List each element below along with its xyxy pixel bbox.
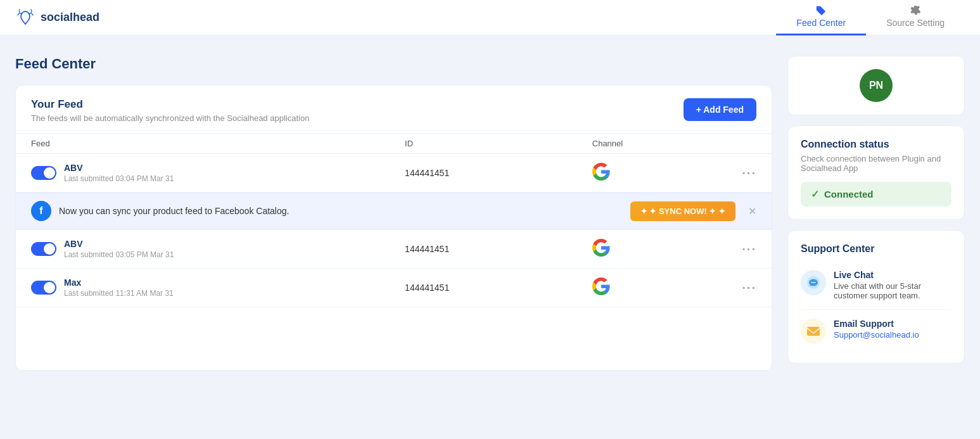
feed-id-3: 144441451 (390, 269, 577, 307)
feed-card-header: Your Feed The feeds will be automaticall… (16, 86, 772, 133)
facebook-icon: f (31, 201, 51, 221)
feed-name-1: ABV (64, 163, 174, 173)
feed-id-1: 144441451 (390, 154, 577, 193)
connection-description: Check connection between Plugin and Soci… (801, 154, 951, 173)
email-icon (806, 324, 821, 338)
logo-icon (15, 8, 35, 28)
gear-icon (910, 5, 921, 16)
connected-status: Connected (824, 189, 874, 200)
google-icon (592, 239, 610, 257)
support-center-card: Support Center Live Chat (787, 230, 965, 364)
svg-point-4 (815, 282, 816, 283)
feed-card-title: Your Feed (31, 98, 309, 111)
fb-banner-row: f Now you can sync your product feed to … (16, 193, 772, 230)
feed-card-description: The feeds will be automatically synchron… (31, 113, 309, 123)
feed-info-2: ABV Last submitted 03:05 PM Mar 31 (64, 239, 174, 259)
table-row: ABV Last submitted 03:04 PM Mar 31 14444… (16, 154, 772, 193)
checkmark-icon: ✓ (811, 188, 819, 200)
feed-row-toggle: ABV Last submitted 03:05 PM Mar 31 (31, 239, 374, 259)
logo-text: socialhead (41, 11, 99, 24)
google-icon (592, 163, 610, 181)
feed-submitted-1: Last submitted 03:04 PM Mar 31 (64, 174, 174, 183)
divider (801, 309, 951, 310)
svg-rect-5 (807, 327, 820, 336)
layout: Feed Center Your Feed The feeds will be … (0, 35, 980, 394)
chat-bubble-icon (806, 276, 820, 289)
support-item-email: Email Support Support@socialhead.io (801, 312, 951, 350)
live-chat-info: Live Chat Live chat with our 5-star cust… (834, 270, 951, 300)
fb-banner-text: Now you can sync your product feed to Fa… (59, 206, 623, 216)
main-content: Feed Center Your Feed The feeds will be … (15, 56, 772, 374)
feed-info-1: ABV Last submitted 03:04 PM Mar 31 (64, 163, 174, 183)
fb-banner: f Now you can sync your product feed to … (16, 193, 772, 229)
feed-toggle-3[interactable] (31, 281, 56, 295)
feed-name-2: ABV (64, 239, 174, 249)
col-feed: Feed (16, 134, 390, 154)
feed-submitted-3: Last submitted 11:31 AM Mar 31 (64, 289, 174, 298)
table-row: Max Last submitted 11:31 AM Mar 31 14444… (16, 269, 772, 307)
feed-row-toggle: ABV Last submitted 03:04 PM Mar 31 (31, 163, 374, 183)
col-actions (727, 134, 772, 154)
connected-badge: ✓ Connected (801, 182, 951, 207)
email-support-icon (801, 319, 826, 344)
feed-row-toggle: Max Last submitted 11:31 AM Mar 31 (31, 277, 374, 298)
email-support-title: Email Support (834, 319, 919, 329)
google-icon (592, 277, 610, 295)
email-support-link[interactable]: Support@socialhead.io (834, 330, 919, 340)
email-support-info: Email Support Support@socialhead.io (834, 319, 919, 340)
feed-id-2: 144441451 (390, 230, 577, 269)
feed-actions-2: ··· (727, 230, 772, 269)
live-chat-title: Live Chat (834, 270, 951, 280)
feed-toggle-1[interactable] (31, 166, 56, 180)
connection-status-card: Connection status Check connection betwe… (787, 125, 965, 220)
tag-icon (815, 5, 827, 16)
more-options-2[interactable]: ··· (742, 243, 756, 255)
feed-toggle-2[interactable] (31, 242, 56, 256)
nav-tabs: Feed Center Source Setting (776, 0, 965, 35)
add-feed-button[interactable]: + Add Feed (684, 98, 756, 121)
logo-area: socialhead (15, 8, 99, 28)
header: socialhead Feed Center Source Setting (0, 0, 980, 35)
feed-submitted-2: Last submitted 03:05 PM Mar 31 (64, 250, 174, 259)
table-row: ABV Last submitted 03:05 PM Mar 31 14444… (16, 230, 772, 269)
live-chat-icon (801, 270, 826, 295)
col-channel: Channel (577, 134, 727, 154)
fb-banner-close[interactable]: ✕ (748, 205, 756, 217)
feed-info-3: Max Last submitted 11:31 AM Mar 31 (64, 277, 174, 298)
col-id: ID (390, 134, 577, 154)
avatar: PN (860, 69, 893, 102)
connection-title: Connection status (801, 139, 951, 150)
sidebar: PN Connection status Check connection be… (787, 56, 965, 374)
page-title: Feed Center (15, 56, 772, 72)
feed-channel-2 (577, 230, 727, 269)
support-center-title: Support Center (801, 243, 951, 255)
live-chat-desc: Live chat with our 5-star customer suppo… (834, 281, 951, 300)
feed-card: Your Feed The feeds will be automaticall… (15, 85, 772, 371)
feed-actions-3: ··· (727, 269, 772, 307)
more-options-3[interactable]: ··· (742, 281, 756, 294)
feed-channel-1 (577, 154, 727, 193)
feed-table: Feed ID Channel ABV (16, 133, 772, 371)
avatar-card: PN (787, 56, 965, 115)
more-options-1[interactable]: ··· (742, 167, 756, 179)
feed-channel-3 (577, 269, 727, 307)
feed-card-info: Your Feed The feeds will be automaticall… (31, 98, 309, 123)
feed-name-3: Max (64, 277, 174, 288)
svg-point-2 (811, 282, 813, 283)
sync-now-button[interactable]: ✦ ✦ SYNC NOW! ✦ ✦ (630, 201, 735, 221)
svg-point-3 (813, 282, 814, 283)
empty-row (16, 307, 772, 371)
support-item-live-chat: Live Chat Live chat with our 5-star cust… (801, 264, 951, 307)
feed-actions-1: ··· (727, 154, 772, 193)
tab-source-setting[interactable]: Source Setting (866, 0, 965, 35)
tab-feed-center[interactable]: Feed Center (776, 0, 866, 35)
